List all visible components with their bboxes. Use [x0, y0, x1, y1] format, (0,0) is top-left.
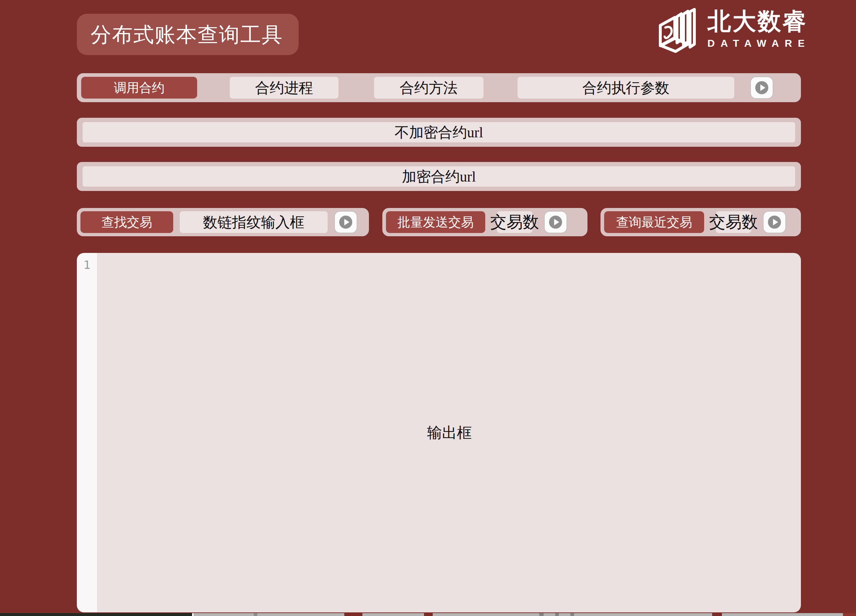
output-area[interactable]: 输出框	[98, 253, 801, 612]
run-find-transaction-button[interactable]	[334, 211, 357, 233]
batch-transaction-count-input[interactable]: 交易数	[497, 211, 533, 233]
taskbar-sliver	[0, 613, 856, 616]
call-contract-button[interactable]: 调用合约	[81, 77, 197, 99]
recent-query-group: 查询最近交易 交易数	[600, 208, 801, 236]
encrypted-contract-url-input[interactable]: 加密合约url	[83, 166, 795, 186]
play-icon	[768, 216, 781, 229]
brand-subtitle: DATAWARE	[707, 38, 810, 49]
batch-count-label: 交易数	[490, 211, 539, 233]
dataware-logo-icon	[656, 8, 698, 54]
play-icon	[549, 216, 562, 229]
page-title: 分布式账本查询工具	[77, 14, 299, 55]
line-number: 1	[77, 258, 97, 272]
run-recent-query-button[interactable]	[763, 211, 786, 233]
contract-params-input[interactable]: 合约执行参数	[517, 77, 734, 99]
contract-method-input[interactable]: 合约方法	[374, 77, 483, 99]
chain-fingerprint-input[interactable]: 数链指纹输入框	[180, 211, 328, 233]
logo: 北大数睿 DATAWARE	[656, 8, 810, 54]
run-contract-button[interactable]	[750, 77, 773, 99]
line-number-gutter: 1	[77, 253, 98, 612]
find-transaction-group: 查找交易 数链指纹输入框	[77, 208, 369, 236]
plain-url-row: 不加密合约url	[77, 118, 801, 147]
batch-send-group: 批量发送交易 交易数	[382, 208, 587, 236]
output-placeholder: 输出框	[427, 423, 472, 443]
play-icon	[339, 216, 352, 229]
play-icon	[755, 81, 768, 94]
contract-process-input[interactable]: 合约进程	[230, 77, 339, 99]
brand-name: 北大数睿	[707, 8, 810, 35]
run-batch-send-button[interactable]	[544, 211, 567, 233]
batch-send-button[interactable]: 批量发送交易	[386, 211, 485, 233]
recent-count-label: 交易数	[709, 211, 758, 233]
encrypted-url-row: 加密合约url	[77, 162, 801, 191]
contract-toolbar: 调用合约 合约进程 合约方法 合约执行参数	[77, 73, 801, 102]
recent-transaction-count-input[interactable]: 交易数	[716, 211, 751, 233]
query-recent-transactions-button[interactable]: 查询最近交易	[604, 211, 704, 233]
plain-contract-url-input[interactable]: 不加密合约url	[83, 122, 795, 142]
find-transaction-button[interactable]: 查找交易	[80, 211, 173, 233]
output-panel: 1 输出框	[77, 253, 801, 612]
